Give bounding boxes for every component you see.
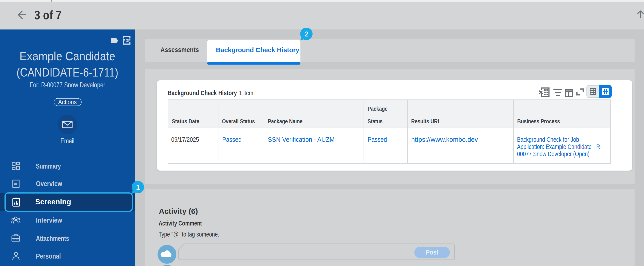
svg-text:2: 2 xyxy=(304,30,308,38)
svg-text:PDF: PDF xyxy=(123,39,130,43)
svg-text:1: 1 xyxy=(136,183,140,191)
